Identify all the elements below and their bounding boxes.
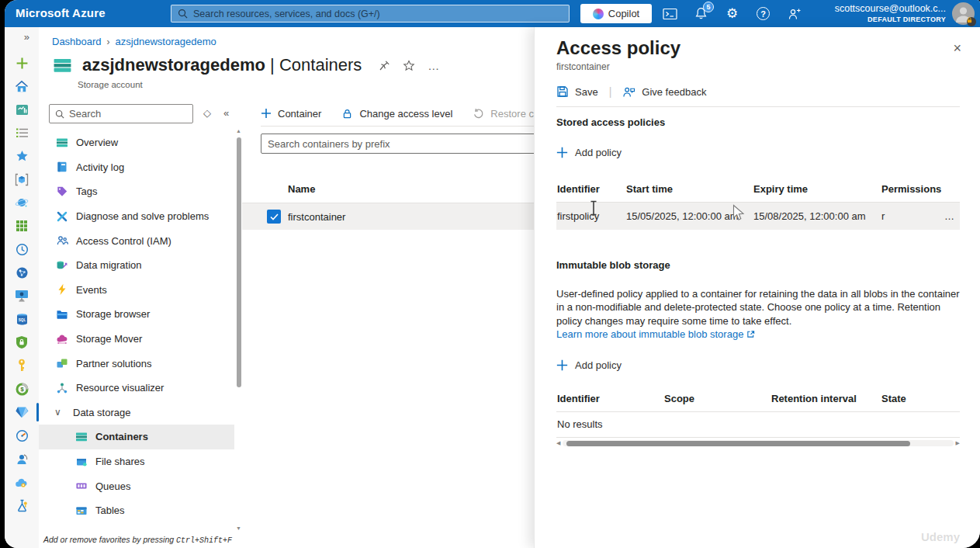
change-access-level-button[interactable]: Change access level [341, 108, 452, 120]
global-search[interactable] [171, 5, 570, 23]
nav-item-storage-mover[interactable]: Storage Mover [39, 327, 234, 352]
container-row-firstcontainer[interactable]: firstcontainer [242, 203, 534, 230]
add-stored-policy-button[interactable]: Add policy [556, 147, 622, 158]
nav-scrollbar[interactable]: ▲ ▼ [235, 128, 242, 531]
breadcrumb-dashboard[interactable]: Dashboard [52, 36, 102, 47]
nav-scrollbar-thumb[interactable] [237, 137, 241, 387]
advisor-gauge-icon[interactable] [5, 424, 39, 447]
nav-item-diagnose[interactable]: Diagnose and solve problems [39, 204, 234, 229]
storage-accounts-diamond-icon[interactable] [5, 401, 39, 424]
nav-filter-icon[interactable]: ◇ [203, 107, 211, 119]
scroll-right-icon[interactable]: ▶ [956, 440, 960, 446]
col-start-time[interactable]: Start time [626, 183, 753, 195]
azure-brand[interactable]: Microsoft Azure [16, 6, 106, 19]
panel-horizontal-scrollbar[interactable]: ◀ ▶ [556, 439, 960, 448]
containers-main: Container Change access level Restore co… [242, 101, 534, 548]
hscroll-thumb[interactable] [566, 441, 910, 446]
chevron-down-icon: ∨ [54, 407, 64, 418]
nav-collapse-icon[interactable]: « [223, 107, 229, 119]
nav-item-file-shares[interactable]: File shares [39, 449, 234, 474]
row-checkbox-checked[interactable] [267, 210, 281, 224]
help-icon[interactable]: ? [756, 6, 770, 21]
nav-item-tags[interactable]: Tags [39, 179, 234, 204]
nav-item-data-migration[interactable]: Data migration [39, 253, 234, 278]
learn-more-link[interactable]: Learn more about immutable blob storage [556, 328, 755, 340]
create-resource-plus-icon[interactable] [5, 51, 39, 75]
account-menu[interactable]: scottscourse@outlook.c... DEFAULT DIRECT… [835, 3, 946, 24]
nav-group-data-storage[interactable]: ∨ Data storage [39, 401, 234, 425]
lab-flask-icon[interactable] [5, 494, 39, 517]
scroll-down-icon[interactable]: ▼ [235, 525, 242, 531]
col-scope[interactable]: Scope [664, 393, 771, 404]
col-state[interactable]: State [881, 393, 960, 404]
nav-item-access-control[interactable]: Access Control (IAM) [39, 228, 234, 253]
container-prefix-search[interactable] [261, 134, 534, 154]
nav-item-queues[interactable]: Queues [39, 473, 234, 498]
cosmos-planet-icon[interactable] [5, 191, 39, 214]
dashboard-chart-icon[interactable] [5, 98, 39, 121]
diagnose-icon [56, 210, 68, 223]
nav-item-activity-log[interactable]: Activity log [39, 155, 234, 180]
nav-search-input[interactable] [69, 108, 187, 120]
restore-container-button[interactable]: Restore contai [473, 108, 534, 120]
favorites-star-icon[interactable] [5, 144, 39, 168]
policy-identifier[interactable]: firstpolicy [556, 210, 625, 222]
settings-gear-icon[interactable]: ⚙ [725, 6, 739, 21]
all-services-list-icon[interactable] [5, 121, 39, 144]
sql-databases-icon[interactable]: SQL [5, 307, 39, 331]
nav-search[interactable] [49, 104, 193, 123]
nav-item-partner-solutions[interactable]: Partner solutions [39, 351, 234, 376]
col-retention-interval[interactable]: Retention interval [771, 393, 881, 404]
page-title-name: azsjdnewstoragedemo [82, 55, 265, 75]
nav-group-security-networking[interactable]: › Security + networking [39, 523, 234, 532]
recent-clock-icon[interactable] [5, 238, 39, 261]
scroll-up-icon[interactable]: ▲ [235, 128, 242, 134]
virtual-machines-grid-icon[interactable] [5, 214, 39, 238]
pin-icon[interactable] [379, 60, 390, 71]
give-feedback-button[interactable]: Give feedback [622, 86, 706, 98]
scroll-left-icon[interactable]: ◀ [556, 440, 560, 446]
favorite-star-icon[interactable] [403, 60, 415, 71]
avatar[interactable] [952, 2, 975, 25]
globe-network-icon[interactable] [5, 261, 39, 284]
nav-item-storage-browser[interactable]: Storage browser [39, 302, 234, 327]
feedback-icon[interactable] [787, 6, 802, 21]
security-shield-icon[interactable] [5, 331, 39, 354]
stored-policy-row[interactable]: firstpolicy 15/05/2025, 12:00:00 am 15/0… [556, 203, 960, 230]
page-title-sep: | [270, 55, 275, 75]
cost-management-icon[interactable]: $ [5, 377, 39, 401]
col-identifier[interactable]: Identifier [557, 393, 664, 404]
hscroll-track[interactable] [563, 440, 953, 446]
close-icon[interactable]: × [953, 41, 961, 55]
nav-item-containers[interactable]: Containers [39, 425, 234, 449]
key-vault-icon[interactable] [5, 354, 39, 377]
vm-monitor-icon[interactable] [5, 284, 39, 307]
save-button[interactable]: Save [556, 85, 598, 98]
cloud-shell-icon[interactable] [663, 6, 677, 21]
row-more-icon[interactable]: … [937, 210, 960, 222]
global-search-input[interactable] [193, 9, 563, 19]
col-expiry-time[interactable]: Expiry time [753, 183, 881, 195]
containers-column-name[interactable]: Name [288, 183, 534, 203]
stored-policies-header: Identifier Start time Expiry time Permis… [556, 179, 960, 202]
copilot-button[interactable]: Copilot [580, 4, 652, 23]
col-permissions[interactable]: Permissions [881, 183, 946, 195]
resource-groups-cube-icon[interactable] [5, 168, 39, 191]
nav-item-resource-visualizer[interactable]: Resource visualizer [39, 376, 234, 401]
nav-item-tables[interactable]: Tables [39, 498, 234, 523]
title-more-icon[interactable]: … [428, 59, 440, 72]
activity-log-icon [56, 161, 68, 173]
container-prefix-input[interactable] [268, 138, 530, 150]
notifications-bell-icon[interactable]: 5 [694, 6, 708, 21]
add-container-button[interactable]: Container [261, 108, 321, 120]
restore-icon [473, 108, 484, 120]
expand-rail-icon[interactable]: » [24, 31, 39, 51]
nav-item-events[interactable]: Events [39, 278, 234, 303]
add-immutable-policy-button[interactable]: Add policy [556, 359, 622, 371]
breadcrumb-storage-account[interactable]: azsjdnewstoragedemo [116, 36, 216, 47]
home-icon[interactable] [5, 75, 39, 98]
cloud-gear-icon[interactable] [5, 470, 39, 494]
nav-item-overview[interactable]: Overview [39, 130, 234, 155]
col-identifier[interactable]: Identifier [557, 183, 626, 195]
support-person-icon[interactable] [5, 447, 39, 470]
